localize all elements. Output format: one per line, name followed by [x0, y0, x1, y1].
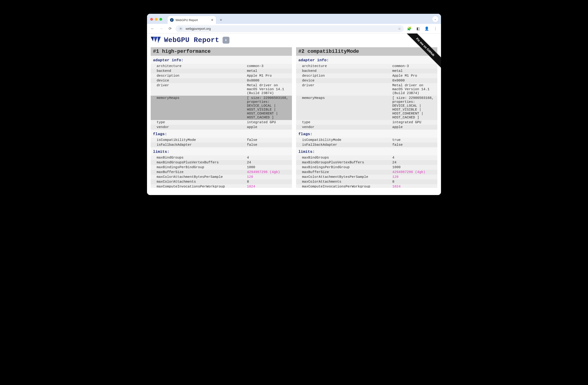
reload-button[interactable]: ⟳: [167, 25, 173, 32]
window-minimize-button[interactable]: [155, 18, 158, 21]
kv-key: maxComputeInvocationsPerWorkgroup: [296, 184, 391, 188]
kv-value: [ size: 22906503168, properties: DEVICE_…: [246, 96, 292, 120]
forward-button[interactable]: →: [158, 25, 165, 32]
kv-key: architecture: [296, 64, 391, 69]
kv-value: 4294967296 (4gb): [391, 170, 437, 174]
section-title: adapter info:: [296, 56, 437, 64]
kv-value: 4294967296 (4gb): [246, 170, 292, 174]
kv-key: maxBufferSize: [151, 170, 246, 174]
page-title-text: WebGPU Report: [164, 36, 219, 44]
kv-value: common-3: [246, 64, 292, 69]
toolbar: ← → ⟳ ≐ webgpureport.org ☆ 🧩 ◧ 👤 ⋮: [147, 24, 441, 34]
kv-key: maxColorAttachments: [151, 179, 246, 184]
kv-key: maxColorAttachmentBytesPerSample: [296, 174, 391, 179]
panel-header: #2 compatibilityMode: [296, 47, 437, 56]
adapter-panel: #1 high-performanceadapter info:architec…: [151, 47, 292, 188]
kebab-menu-button[interactable]: ⋮: [432, 25, 439, 32]
new-tab-button[interactable]: +: [218, 17, 224, 23]
page-title: WebGPU Report ⬇: [151, 36, 437, 44]
tab-close-button[interactable]: ✕: [211, 18, 214, 22]
kv-value: false: [246, 138, 292, 142]
kv-key: device: [296, 78, 391, 83]
profile-button[interactable]: 👤: [423, 25, 430, 32]
svg-marker-1: [154, 37, 158, 42]
browser-window: i WebGPU Report ✕ + ⌄ ← → ⟳ ≐ webgpurepo…: [147, 14, 441, 195]
kv-value: Apple M1 Pro: [246, 73, 292, 78]
kv-value: 0x0000: [246, 78, 292, 83]
kv-key: maxBindGroupsPlusVertexBuffers: [151, 160, 246, 165]
kv-key: maxBindingsPerBindGroup: [296, 165, 391, 170]
kv-key: vendor: [151, 125, 246, 130]
webgpu-logo-icon: [151, 37, 161, 44]
kv-key: maxColorAttachments: [296, 179, 391, 184]
kv-key: backend: [151, 69, 246, 73]
download-button[interactable]: ⬇: [223, 37, 230, 44]
kv-key: maxBindGroups: [151, 155, 246, 160]
kv-value: 128: [391, 174, 437, 179]
panels-grid: #1 high-performanceadapter info:architec…: [151, 47, 437, 188]
bookmark-star-icon[interactable]: ☆: [398, 27, 401, 31]
svg-marker-2: [158, 37, 161, 43]
kv-value: 1024: [391, 184, 437, 188]
kv-key: description: [151, 73, 246, 78]
kv-key: memoryHeaps: [151, 96, 246, 120]
kv-key: maxBindingsPerBindGroup: [151, 165, 246, 170]
site-settings-chip[interactable]: ≐: [178, 27, 183, 31]
viewport: Fix me on GitHub WebGPU Report ⬇ #1 high…: [147, 34, 441, 195]
kv-key: description: [296, 73, 391, 78]
window-close-button[interactable]: [150, 18, 153, 21]
kv-key: architecture: [151, 64, 246, 69]
kv-value: integrated GPU: [246, 120, 292, 125]
tab-title: WebGPU Report: [175, 18, 198, 22]
kv-key: driver: [296, 83, 391, 96]
kv-value: Apple M1 Pro: [391, 73, 437, 78]
extensions-button[interactable]: 🧩: [406, 25, 413, 32]
kv-value: apple: [246, 125, 292, 130]
highlighted-value: 4294967296 (4gb): [247, 170, 280, 174]
kv-value: 4: [391, 155, 437, 160]
kv-key: driver: [151, 83, 246, 96]
kv-value: [ size: 22906503168, properties: DEVICE_…: [391, 96, 437, 120]
window-controls: [150, 18, 168, 24]
kv-key: memoryHeaps: [296, 96, 391, 120]
url-text: webgpureport.org: [186, 27, 211, 31]
kv-value: true: [391, 138, 437, 142]
kv-key: maxBindGroups: [296, 155, 391, 160]
kv-value: 24: [391, 160, 437, 165]
kv-value: metal: [246, 69, 292, 73]
section-title: adapter info:: [151, 56, 292, 64]
back-button[interactable]: ←: [149, 25, 156, 32]
kv-key: maxComputeInvocationsPerWorkgroup: [151, 184, 246, 188]
highlighted-value: 128: [247, 175, 253, 179]
tabs-dropdown-button[interactable]: ⌄: [432, 16, 438, 22]
section-title: flags:: [151, 130, 292, 138]
kv-table: architecturecommon-3backendmetaldescript…: [151, 64, 292, 130]
kv-value: 1000: [246, 165, 292, 170]
kv-key: isFallbackAdapter: [296, 142, 391, 147]
kv-value: 24: [246, 160, 292, 165]
side-panel-button[interactable]: ◧: [415, 25, 421, 32]
highlighted-value: 1024: [392, 185, 400, 188]
kv-value: 1000: [391, 165, 437, 170]
kv-value: 0x0000: [391, 78, 437, 83]
kv-value: 8: [391, 179, 437, 184]
kv-value: metal: [391, 69, 437, 73]
section-title: limits:: [296, 147, 437, 155]
svg-marker-0: [151, 37, 154, 41]
kv-key: backend: [296, 69, 391, 73]
kv-key: device: [151, 78, 246, 83]
highlighted-value: 1024: [247, 185, 255, 188]
browser-tab[interactable]: i WebGPU Report ✕: [168, 16, 216, 24]
kv-value: false: [246, 142, 292, 147]
kv-value: 4: [246, 155, 292, 160]
kv-key: vendor: [296, 125, 391, 130]
address-bar[interactable]: ≐ webgpureport.org ☆: [175, 25, 404, 32]
kv-key: maxBindGroupsPlusVertexBuffers: [296, 160, 391, 165]
window-maximize-button[interactable]: [159, 18, 162, 21]
kv-key: type: [151, 120, 246, 125]
highlighted-value: 4294967296 (4gb): [392, 170, 425, 174]
adapter-panel: #2 compatibilityModeadapter info:archite…: [296, 47, 437, 188]
highlighted-value: 128: [392, 175, 399, 179]
kv-key: maxBufferSize: [296, 170, 391, 174]
kv-value: integrated GPU: [391, 120, 437, 125]
